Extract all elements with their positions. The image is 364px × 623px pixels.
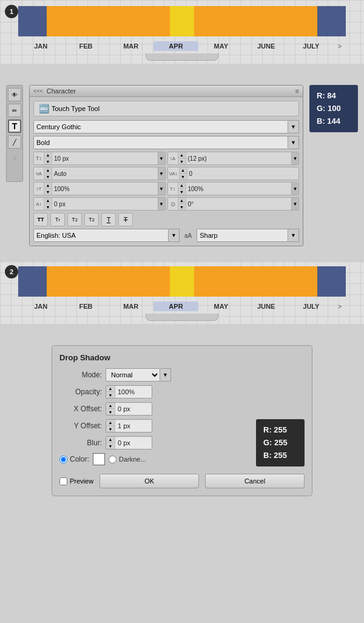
field-tracking-up[interactable]: ▲	[180, 167, 187, 173]
cal2-seg-5	[194, 266, 235, 297]
font-style-arrow[interactable]: ▼	[288, 136, 299, 149]
month-apr-1[interactable]: APR	[153, 41, 198, 51]
field-size-arrow[interactable]: ▼	[158, 152, 165, 165]
xoffset-up[interactable]: ▲	[106, 403, 115, 409]
field-size-down[interactable]: ▼	[44, 158, 52, 164]
month-may-2[interactable]: MAY	[198, 301, 243, 311]
touch-type-btn[interactable]: 🔤 Touch Type Tool	[33, 101, 299, 116]
month-june-1[interactable]: JUNE	[243, 41, 288, 51]
blur-input-wrap: ▲ ▼ 0 px	[106, 436, 152, 450]
field-leading-down[interactable]: ▼	[178, 158, 186, 164]
month-next-2[interactable]: >	[334, 301, 346, 311]
opacity-down[interactable]: ▼	[106, 392, 115, 398]
field-hscale-value: 100%	[52, 186, 158, 192]
typo-sub[interactable]: T2	[84, 213, 99, 226]
color-r-1: R: 84	[317, 90, 351, 103]
aa-arrow[interactable]: ▼	[288, 229, 299, 242]
yoffset-up[interactable]: ▲	[106, 420, 115, 426]
opacity-input-wrap: ▲ ▼ 100%	[106, 385, 152, 399]
field-kerning-arrow[interactable]: ▼	[158, 167, 165, 180]
field-baseline-down[interactable]: ▼	[44, 204, 52, 210]
xoffset-down[interactable]: ▼	[106, 409, 115, 415]
month-mar-1[interactable]: MAR	[109, 41, 153, 51]
field-leading-arrow[interactable]: ▼	[291, 152, 298, 165]
cal2-seg-7	[276, 266, 317, 297]
cancel-button[interactable]: Cancel	[205, 474, 305, 488]
field-rotation-down[interactable]: ▼	[178, 204, 186, 210]
month-feb-1[interactable]: FEB	[63, 41, 108, 51]
cal-seg-5	[194, 6, 235, 36]
field-rotation-arrow[interactable]: ▼	[291, 197, 298, 210]
font-style-select[interactable]: Bold	[33, 136, 288, 149]
field-hscale-up[interactable]: ▲	[44, 183, 52, 189]
xoffset-label: X Offset:	[59, 405, 102, 413]
font-name-select[interactable]: Century Gothic	[33, 120, 288, 133]
tool-line[interactable]: ╱	[8, 135, 21, 149]
typo-strikethrough[interactable]: T	[118, 213, 133, 226]
typo-row: TT Tr T2 T2 T T	[33, 213, 299, 226]
color-swatch[interactable]	[93, 453, 105, 465]
field-rotation-up[interactable]: ▲	[178, 198, 186, 204]
field-size-value: 10 px	[52, 155, 158, 162]
month-may-1[interactable]: MAY	[198, 41, 243, 51]
month-mar-2[interactable]: MAR	[109, 301, 153, 311]
field-kerning-down[interactable]: ▼	[44, 173, 52, 180]
month-jan-1[interactable]: JAN	[18, 41, 63, 51]
blur-down[interactable]: ▼	[106, 443, 115, 449]
touch-type-label: Touch Type Tool	[52, 105, 99, 112]
lang-select[interactable]: English: USA	[33, 229, 169, 242]
field-hscale-down[interactable]: ▼	[44, 189, 52, 195]
tool-pencil[interactable]: ✏	[8, 104, 21, 117]
panel-menu-btn[interactable]: ≡	[295, 87, 299, 95]
month-next-1[interactable]: >	[334, 41, 346, 51]
color-b-2: B: 255	[263, 450, 297, 462]
font-name-arrow[interactable]: ▼	[288, 120, 299, 133]
month-apr-2[interactable]: APR	[153, 301, 198, 311]
typo-super[interactable]: T2	[67, 213, 82, 226]
tool-eye[interactable]: 👁	[8, 88, 21, 101]
tool-text[interactable]: T	[8, 120, 21, 133]
field-vscale-down[interactable]: ▼	[178, 189, 186, 195]
color-info-1: R: 84 G: 100 B: 144	[309, 85, 358, 132]
xoffset-spinners: ▲ ▼	[106, 403, 115, 415]
yoffset-down[interactable]: ▼	[106, 426, 115, 432]
opacity-up[interactable]: ▲	[106, 386, 115, 392]
field-tracking: VA↕ ▲ ▼ 0	[167, 167, 300, 180]
month-july-1[interactable]: JULY	[289, 41, 334, 51]
cal-seg-8	[317, 6, 346, 36]
field-baseline-up[interactable]: ▲	[44, 198, 52, 204]
field-vscale-arrow[interactable]: ▼	[291, 182, 298, 195]
darkness-radio[interactable]	[109, 456, 116, 463]
aa-select[interactable]: Sharp	[197, 229, 288, 242]
month-june-2[interactable]: JUNE	[243, 301, 288, 311]
field-tracking-down[interactable]: ▼	[180, 173, 187, 180]
tool-star[interactable]: ☆	[8, 151, 21, 164]
field-hscale-arrow[interactable]: ▼	[158, 182, 165, 195]
month-feb-2[interactable]: FEB	[63, 301, 108, 311]
color-radio[interactable]	[59, 456, 67, 463]
field-kerning-up[interactable]: ▲	[44, 167, 52, 173]
typo-allcaps[interactable]: TT	[33, 213, 48, 226]
typo-smallcaps[interactable]: Tr	[50, 213, 65, 226]
month-july-2[interactable]: JULY	[289, 301, 334, 311]
blur-up[interactable]: ▲	[106, 437, 115, 443]
field-baseline-arrow[interactable]: ▼	[158, 197, 165, 210]
cal2-seg-8	[317, 266, 346, 297]
yoffset-inner-row: Y Offset: ▲ ▼ 1 px	[59, 419, 246, 433]
preview-checkbox[interactable]	[59, 477, 67, 485]
month-jan-2[interactable]: JAN	[18, 301, 63, 311]
panel-collapse-btn[interactable]: <<<	[33, 88, 43, 94]
lang-arrow[interactable]: ▼	[169, 229, 180, 242]
ok-button[interactable]: OK	[99, 474, 199, 488]
field-leading-up[interactable]: ▲	[178, 152, 186, 158]
typo-underline[interactable]: T	[101, 213, 116, 226]
mode-dropdown-wrap: Normal ▼	[106, 368, 171, 382]
field-size-up[interactable]: ▲	[44, 152, 52, 158]
cal2-seg-3	[129, 266, 170, 297]
field-vscale-up[interactable]: ▲	[178, 183, 186, 189]
panel-title-bar: <<< Character ≡	[30, 86, 303, 97]
opacity-label: Opacity:	[59, 388, 102, 396]
cal-seg-2	[88, 6, 129, 36]
mode-arrow[interactable]: ▼	[160, 368, 171, 382]
mode-select[interactable]: Normal	[106, 368, 160, 382]
